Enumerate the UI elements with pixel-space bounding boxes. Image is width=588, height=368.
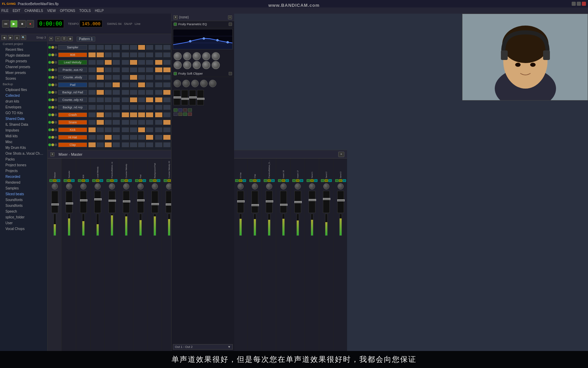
beat-btn-1-7[interactable] — [146, 52, 153, 58]
close-button[interactable] — [582, 2, 586, 6]
eq-knob-8[interactable] — [202, 61, 210, 69]
browser-item-sliced-beats[interactable]: Sliced beats — [0, 191, 47, 197]
beat-btn-13-9[interactable] — [163, 142, 171, 148]
beat-btn-6-4[interactable] — [121, 90, 129, 95]
browser-item-goto-kits[interactable]: GO TO Kits — [0, 110, 47, 116]
beat-btn-0-1[interactable] — [96, 45, 104, 50]
beat-btn-0-4[interactable] — [121, 45, 129, 50]
clipper-fader-3[interactable] — [189, 90, 196, 105]
beat-btn-8-4[interactable] — [121, 105, 129, 110]
mix-btn-8-1[interactable] — [167, 179, 171, 182]
beat-btn-0-6[interactable] — [138, 45, 146, 50]
mixer-fader-1[interactable] — [66, 191, 72, 213]
mixer-fader-17[interactable] — [294, 191, 301, 213]
beat-btn-7-5[interactable] — [130, 97, 137, 103]
clipper-fader-handle-1[interactable] — [174, 96, 181, 98]
beat-btn-6-1[interactable] — [96, 90, 104, 95]
beat-btn-4-5[interactable] — [130, 75, 137, 80]
beat-add-button[interactable]: + — [55, 36, 61, 41]
beat-dot-3-2[interactable] — [54, 68, 57, 71]
mix-btn-14-2[interactable] — [257, 179, 260, 182]
beat-btn-7-4[interactable] — [121, 97, 129, 103]
fx-add-button[interactable]: + — [228, 15, 232, 19]
mix-btn-0-1[interactable] — [53, 179, 56, 182]
eq-knob-6[interactable] — [193, 61, 201, 69]
mixer-knob-2[interactable] — [80, 183, 86, 189]
beat-dot-4-0[interactable] — [48, 76, 51, 79]
beat-btn-8-0[interactable] — [88, 105, 96, 110]
beat-dot-11-1[interactable] — [51, 128, 54, 131]
mix-btn-13-2[interactable] — [243, 179, 246, 182]
mixer-fader-7[interactable] — [151, 191, 158, 213]
beat-btn-4-6[interactable] — [138, 75, 146, 80]
beat-btn-12-2[interactable] — [104, 135, 112, 140]
beat-dot-3-0[interactable] — [48, 68, 51, 71]
beat-btn-12-3[interactable] — [112, 135, 120, 140]
mix-btn-15-2[interactable] — [271, 179, 275, 182]
beat-btn-12-7[interactable] — [146, 135, 153, 140]
beat-btn-3-3[interactable] — [112, 67, 120, 73]
beat-btn-1-4[interactable] — [121, 52, 129, 58]
beat-btn-4-9[interactable] — [163, 75, 171, 80]
beat-btn-1-9[interactable] — [163, 52, 171, 58]
mix-btn-19-0[interactable] — [321, 179, 324, 182]
matrix-btn-8[interactable] — [188, 112, 192, 116]
beat-btn-5-2[interactable] — [104, 82, 112, 88]
eq-knob-2[interactable] — [174, 61, 182, 69]
mix-btn-7-1[interactable] — [153, 179, 157, 182]
beat-btn-13-5[interactable] — [130, 142, 137, 148]
matrix-btn-4[interactable] — [188, 108, 192, 112]
beat-btn-12-4[interactable] — [121, 135, 129, 140]
beat-btn-2-1[interactable] — [96, 60, 104, 65]
fx-enable-clipper[interactable] — [174, 72, 177, 75]
beat-btn-5-1[interactable] — [96, 82, 104, 88]
menu-channels[interactable]: CHANNELS — [24, 9, 43, 13]
mixer-fader-16[interactable] — [280, 191, 287, 213]
eq-knob-3[interactable] — [183, 52, 191, 60]
beat-btn-13-2[interactable] — [104, 142, 112, 148]
beat-btn-3-2[interactable] — [104, 67, 112, 73]
beat-btn-5-4[interactable] — [121, 82, 129, 88]
beat-dot-12-0[interactable] — [48, 136, 51, 139]
beat-btn-11-1[interactable] — [96, 127, 104, 133]
beat-btn-11-7[interactable] — [146, 127, 153, 133]
beat-btn-9-4[interactable] — [121, 112, 129, 118]
mix-btn-16-2[interactable] — [285, 179, 289, 182]
beat-dot-5-0[interactable] — [48, 83, 51, 86]
mix-btn-4-1[interactable] — [110, 179, 114, 182]
mixer-fader-handle-6[interactable] — [137, 199, 145, 201]
beat-btn-2-0[interactable] — [88, 60, 96, 65]
mixer-knob-19[interactable] — [323, 183, 329, 189]
mix-btn-18-2[interactable] — [314, 179, 317, 182]
mix-btn-1-1[interactable] — [67, 179, 71, 182]
beat-btn-1-0[interactable] — [88, 52, 96, 58]
mix-btn-4-2[interactable] — [114, 179, 117, 182]
beat-btn-11-2[interactable] — [104, 127, 112, 133]
mix-btn-6-1[interactable] — [139, 179, 142, 182]
mix-btn-2-2[interactable] — [85, 179, 89, 182]
beat-btn-12-6[interactable] — [138, 135, 146, 140]
beat-btn-12-8[interactable] — [155, 135, 163, 140]
beat-btn-8-3[interactable] — [112, 105, 120, 110]
browser-item-speech[interactable]: Speech — [0, 209, 47, 214]
beat-btn-1-6[interactable] — [138, 52, 146, 58]
clipper-fader-2[interactable] — [181, 90, 188, 105]
beat-btn-12-0[interactable] — [88, 135, 96, 140]
beat-dot-8-0[interactable] — [48, 106, 51, 109]
mixer-fader-handle-13[interactable] — [237, 200, 245, 202]
browser-item-envelopes[interactable]: Envelopes — [0, 104, 47, 110]
beat-btn-9-1[interactable] — [96, 112, 104, 118]
beat-btn-6-3[interactable] — [112, 90, 120, 95]
beat-btn-11-0[interactable] — [88, 127, 96, 133]
beat-dot-4-2[interactable] — [54, 76, 57, 79]
clipper-fader-handle-2[interactable] — [181, 98, 189, 100]
beat-btn-11-9[interactable] — [163, 127, 171, 133]
beat-btn-3-5[interactable] — [130, 67, 137, 73]
beat-dot-4-1[interactable] — [51, 76, 54, 79]
mix-btn-7-2[interactable] — [157, 179, 160, 182]
mixer-fader-14[interactable] — [251, 191, 258, 213]
beat-btn-10-5[interactable] — [130, 120, 137, 125]
mixer-knob-18[interactable] — [309, 183, 315, 189]
beat-btn-12-9[interactable] — [163, 135, 171, 140]
clipper-knob-5[interactable] — [209, 80, 216, 87]
